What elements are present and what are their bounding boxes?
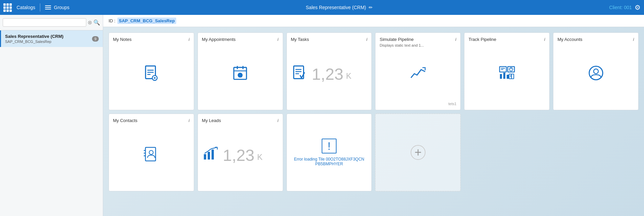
svg-rect-37 <box>208 152 210 160</box>
settings-icon[interactable]: ⚙ <box>635 3 641 11</box>
tile-my-contacts-title: My Contacts <box>113 118 137 124</box>
page-title: Sales Representative (CRM) <box>306 5 366 10</box>
tile-error-text: Error loading Tile 00O2TO88JXF3QCN PB5BM… <box>291 157 368 166</box>
id-label: ID : <box>109 18 115 23</box>
leads-icon <box>202 146 219 165</box>
tile-my-accounts-title: My Accounts <box>557 37 582 43</box>
top-bar-right: Client: 001 ⚙ <box>609 3 641 11</box>
tile-my-notes-title: My Notes <box>113 37 132 43</box>
tile-my-tasks-info[interactable]: i <box>366 37 368 42</box>
tasks-count: 1,23K <box>312 65 351 83</box>
tile-add[interactable]: + <box>375 114 461 191</box>
tiles-grid: My Notes i <box>109 32 639 191</box>
tile-track-pipeline-title: Track Pipeline <box>468 37 496 43</box>
edit-icon[interactable]: ✏ <box>369 5 373 10</box>
groups-label[interactable]: Groups <box>54 5 69 10</box>
tile-simulate-pipeline[interactable]: Simulate Pipeline Displays static text a… <box>375 32 461 110</box>
tile-my-leads[interactable]: My Leads i <box>198 114 283 191</box>
add-tile-icon[interactable]: + <box>411 145 426 160</box>
top-bar-center: Sales Representative (CRM) ✏ <box>69 5 609 10</box>
tile-my-notes[interactable]: My Notes i <box>109 32 194 110</box>
divider <box>40 3 40 11</box>
svg-line-43 <box>211 147 217 149</box>
accounts-icon <box>588 65 604 83</box>
sidebar-toggle-button[interactable] <box>45 5 51 9</box>
catalogs-label[interactable]: Catalogs <box>17 5 35 10</box>
sidebar-item-sales-rep[interactable]: Sales Representative (CRM) SAP_CRM_BCG_S… <box>0 30 103 47</box>
sidebar-item-title: Sales Representative (CRM) <box>5 34 64 39</box>
tile-my-tasks[interactable]: My Tasks i <box>286 32 372 110</box>
sidebar-item-badge: 9 <box>92 36 99 42</box>
svg-point-35 <box>149 150 153 154</box>
svg-rect-25 <box>507 75 509 79</box>
notes-icon <box>143 65 160 83</box>
tasks-icon <box>291 65 308 83</box>
svg-line-39 <box>205 151 208 153</box>
tile-my-appointments-info[interactable]: i <box>277 37 279 42</box>
tile-my-leads-title: My Leads <box>202 118 221 124</box>
tile-track-pipeline[interactable]: Track Pipeline i <box>464 32 550 110</box>
tile-simulate-pipeline-subtitle: Displays static text and 1... <box>380 43 424 47</box>
appointments-icon: 👤 <box>232 65 249 83</box>
svg-point-30 <box>594 69 598 74</box>
clear-search-icon[interactable]: ⊗ <box>88 19 92 26</box>
tile-simulate-pipeline-info[interactable]: i <box>455 37 457 42</box>
tile-my-accounts[interactable]: My Accounts i <box>553 32 639 110</box>
svg-text:👤: 👤 <box>238 73 243 78</box>
top-bar: Catalogs Groups Sales Representative (CR… <box>0 0 644 15</box>
track-pipeline-icon: $ <box>499 65 515 83</box>
tile-simulate-pipeline-title: Simulate Pipeline <box>380 37 424 43</box>
grid-menu-button[interactable] <box>3 3 12 12</box>
client-label: Client: 001 <box>609 5 632 10</box>
search-input[interactable]: CRM <box>3 18 86 27</box>
error-icon: ! <box>322 139 337 153</box>
tile-my-tasks-title: My Tasks <box>291 37 309 43</box>
svg-rect-24 <box>503 73 505 79</box>
tile-simulate-pipeline-footer: tets1 <box>380 102 456 106</box>
tile-my-contacts-info[interactable]: i <box>188 118 190 123</box>
simulate-pipeline-icon <box>410 65 427 84</box>
sidebar-item-subtitle: SAP_CRM_BCG_SalesRep <box>5 40 64 44</box>
svg-rect-38 <box>211 150 214 160</box>
contacts-icon <box>143 146 160 165</box>
id-value: SAP_CRM_BCG_SalesRep <box>117 18 176 24</box>
svg-rect-36 <box>204 154 206 160</box>
svg-rect-23 <box>500 74 502 79</box>
main-content: ID : SAP_CRM_BCG_SalesRep My Notes i <box>103 15 644 216</box>
tile-my-appointments-title: My Appointments <box>202 37 236 43</box>
sidebar: CRM ⊗ 🔍 Sales Representative (CRM) SAP_C… <box>0 15 103 216</box>
tile-track-pipeline-info[interactable]: i <box>544 37 546 42</box>
search-icon[interactable]: 🔍 <box>93 19 100 26</box>
sidebar-search-bar: CRM ⊗ 🔍 <box>0 15 103 30</box>
tile-my-contacts[interactable]: My Contacts i <box>109 114 194 191</box>
svg-text:$: $ <box>510 74 512 78</box>
id-bar: ID : SAP_CRM_BCG_SalesRep <box>103 15 644 27</box>
tiles-container: My Notes i <box>103 27 644 216</box>
tile-my-notes-info[interactable]: i <box>188 37 190 42</box>
tile-my-leads-info[interactable]: i <box>277 118 279 123</box>
tile-my-appointments[interactable]: My Appointments i 👤 <box>198 32 283 110</box>
tile-my-accounts-info[interactable]: i <box>633 37 634 42</box>
tile-error: ! Error loading Tile 00O2TO88JXF3QCN PB5… <box>286 114 372 191</box>
svg-line-40 <box>208 149 211 151</box>
leads-count: 1,23K <box>223 146 262 165</box>
